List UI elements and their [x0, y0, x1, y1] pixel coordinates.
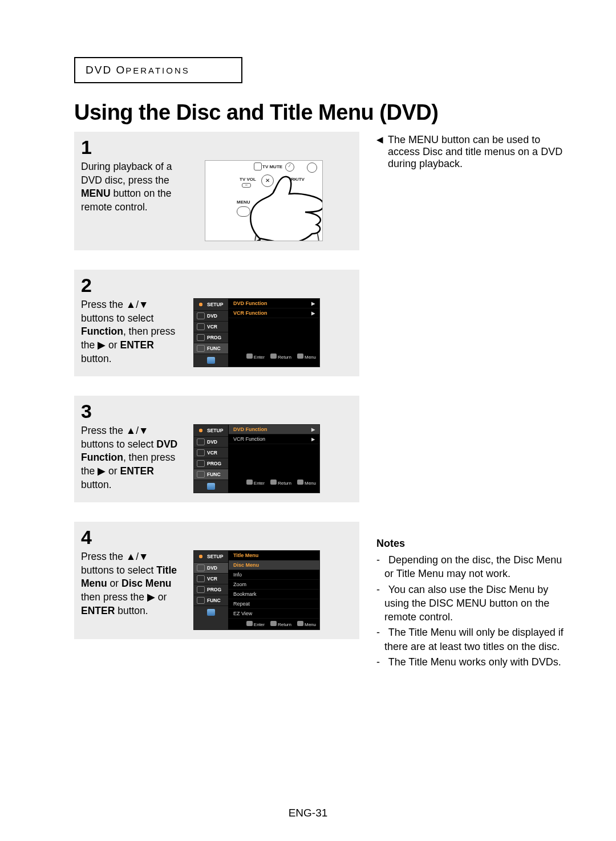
step-2-text: Press the ▲/▼ buttons to select Function… [81, 298, 181, 367]
osd-line: Info [229, 570, 319, 580]
osd-line: Zoom [229, 580, 319, 590]
osd-hint-bar: Enter Return Menu [229, 477, 319, 488]
disc-icon [197, 564, 205, 571]
clock-icon [197, 586, 205, 593]
note-item: Depending on the disc, the Disc Menu or … [376, 553, 573, 581]
osd-left-func: FUNC [194, 469, 228, 480]
osd-line: Title Menu [229, 551, 319, 560]
step-2: 2 Press the ▲/▼ buttons to select Functi… [74, 270, 359, 376]
osd-left-func: FUNC [194, 343, 228, 354]
osd-left-prog: PROG [194, 458, 228, 469]
remote-illustration: TV MUTE TV VOL TRK/TV AUD MENU ⁄ ✕ − [205, 160, 323, 241]
note-item: You can also use the Disc Menu by using … [376, 583, 573, 624]
arrow-left-icon: ◀ [376, 134, 383, 145]
step-number: 3 [81, 401, 354, 421]
osd-line: EZ View [229, 609, 319, 619]
clock-icon [197, 460, 205, 467]
section-header-text: DVD OPERATIONS [86, 64, 190, 76]
osd-line: VCR Function▶ [229, 434, 319, 444]
intro-note-text: The MENU button can be used to access Di… [388, 134, 573, 170]
osd-left-setup: SETUP [194, 299, 228, 311]
step-number: 1 [81, 137, 354, 157]
step-number: 2 [81, 275, 354, 295]
menu-icon [297, 621, 303, 626]
section-header-box: DVD OPERATIONS [74, 57, 242, 83]
osd-left-dvd: DVD [194, 437, 228, 448]
osd-left-vcr: VCR [194, 574, 228, 584]
osd-menu-step4: SETUP DVD VCR PROG FUNC Title Menu Disc [193, 550, 320, 630]
note-item: The Title Menu will only be displayed if… [376, 625, 573, 653]
osd-left-vcr: VCR [194, 448, 228, 458]
step-3-text: Press the ▲/▼ buttons to select DVD Func… [81, 424, 181, 493]
osd-line: VCR Function▶ [229, 308, 319, 318]
osd-menu-step2: SETUP DVD VCR PROG FUNC DVD Function▶ V [193, 298, 320, 367]
func-icon [197, 345, 205, 352]
func-icon [197, 471, 205, 478]
step-3: 3 Press the ▲/▼ buttons to select DVD Fu… [74, 396, 359, 502]
osd-left-dvd: DVD [194, 563, 228, 574]
enter-icon [246, 621, 253, 626]
notes-section: Notes Depending on the disc, the Disc Me… [376, 538, 573, 669]
remote-label-tvmute: TV MUTE [262, 164, 282, 169]
home-icon [207, 483, 215, 490]
gear-icon [197, 552, 205, 560]
osd-hint-bar: Enter Return Menu [229, 351, 319, 362]
return-icon [270, 354, 277, 359]
tape-icon [197, 575, 205, 582]
osd-left-dvd: DVD [194, 311, 228, 322]
osd-line-selected: DVD Function▶ [229, 425, 319, 434]
step-1-text: During playback of a DVD disc, press the… [81, 160, 192, 241]
osd-hint-bar: Enter Return Menu [229, 619, 319, 629]
osd-left-setup: SETUP [194, 551, 228, 563]
tape-icon [197, 449, 205, 456]
gear-icon [197, 426, 205, 434]
disc-icon [197, 312, 205, 319]
osd-line: Repeat [229, 599, 319, 609]
home-icon [207, 357, 215, 364]
menu-icon [297, 354, 303, 359]
page-title: Using the Disc and Title Menu (DVD) [74, 100, 573, 125]
tape-icon [197, 323, 205, 330]
hand-icon [237, 170, 323, 241]
menu-icon [297, 480, 303, 485]
osd-left-prog: PROG [194, 332, 228, 343]
page-number: ENG-31 [0, 807, 616, 819]
home-icon [207, 609, 215, 616]
gear-icon [197, 300, 205, 308]
step-4: 4 Press the ▲/▼ buttons to select Title … [74, 522, 359, 639]
disc-icon [197, 438, 205, 445]
enter-icon [246, 480, 253, 485]
return-icon [270, 621, 277, 626]
osd-left-func: FUNC [194, 595, 228, 606]
step-4-text: Press the ▲/▼ buttons to select Title Me… [81, 550, 181, 630]
osd-line: DVD Function▶ [229, 299, 319, 308]
osd-line-selected: Disc Menu [229, 560, 319, 570]
note-item: The Title Menu works only with DVDs. [376, 655, 573, 669]
osd-line: Bookmark [229, 590, 319, 599]
osd-left-setup: SETUP [194, 425, 228, 437]
step-number: 4 [81, 527, 354, 547]
step-1: 1 During playback of a DVD disc, press t… [74, 132, 359, 250]
clock-icon [197, 334, 205, 341]
enter-icon [246, 354, 253, 359]
osd-left-vcr: VCR [194, 322, 228, 332]
intro-note: ◀ The MENU button can be used to access … [376, 134, 573, 170]
osd-left-prog: PROG [194, 584, 228, 595]
osd-menu-step3: SETUP DVD VCR PROG FUNC DVD Function▶ V [193, 424, 320, 493]
notes-heading: Notes [376, 538, 573, 550]
func-icon [197, 597, 205, 604]
return-icon [270, 480, 277, 485]
